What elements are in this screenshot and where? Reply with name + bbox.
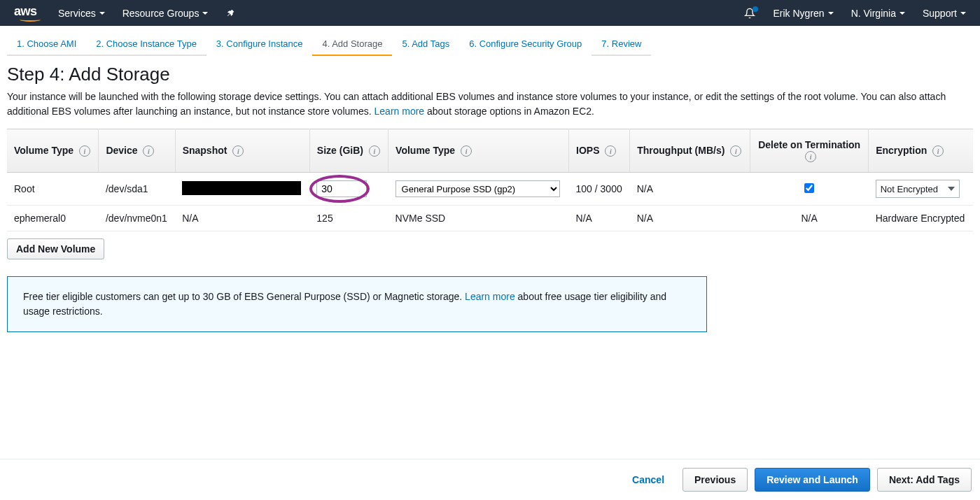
- nav-resource-groups[interactable]: Resource Groups: [122, 8, 209, 19]
- tab-review[interactable]: 7. Review: [592, 33, 651, 56]
- th-encryption: Encryption i: [869, 129, 973, 173]
- th-device: Device i: [99, 129, 175, 173]
- cell-voltype2: General Purpose SSD (gp2): [388, 173, 569, 206]
- cell-voltype: Root: [7, 173, 99, 206]
- cell-device: /dev/sda1: [99, 173, 175, 206]
- top-nav-left: aws Services Resource Groups: [14, 4, 235, 22]
- cell-device: /dev/nvme0n1: [99, 206, 175, 231]
- page-description: Your instance will be launched with the …: [7, 90, 973, 119]
- top-nav: aws Services Resource Groups Erik Nygren…: [0, 0, 980, 26]
- nav-services[interactable]: Services: [58, 8, 105, 19]
- nav-region[interactable]: N. Virginia: [851, 8, 905, 19]
- caret-down-icon: [899, 12, 905, 15]
- nav-user-label: Erik Nygren: [773, 8, 824, 19]
- caret-down-icon: [99, 12, 105, 15]
- nav-region-label: N. Virginia: [851, 8, 896, 19]
- tab-add-tags[interactable]: 5. Add Tags: [392, 33, 459, 56]
- cell-size: [309, 173, 388, 206]
- top-nav-right: Erik Nygren N. Virginia Support: [744, 8, 966, 19]
- info-icon[interactable]: i: [730, 145, 741, 157]
- learn-more-link[interactable]: Learn more: [374, 106, 425, 117]
- table-row-root: Root /dev/sda1 General Purpose SSD (gp2)…: [7, 173, 973, 206]
- encryption-select[interactable]: Not Encrypted: [876, 180, 960, 198]
- desc-text-2: about storage options in Amazon EC2.: [427, 106, 594, 117]
- nav-user[interactable]: Erik Nygren: [773, 8, 833, 19]
- info-icon[interactable]: i: [79, 145, 90, 157]
- cell-delete-on-termination: [750, 173, 869, 206]
- cell-throughput: N/A: [630, 173, 750, 206]
- volume-type-select[interactable]: General Purpose SSD (gp2): [396, 180, 560, 197]
- info-icon[interactable]: i: [605, 145, 616, 157]
- cell-iops: N/A: [569, 206, 630, 231]
- info-icon[interactable]: i: [805, 151, 816, 162]
- aws-logo[interactable]: aws: [14, 4, 41, 22]
- info-icon[interactable]: i: [143, 145, 154, 157]
- wizard-tabs: 1. Choose AMI 2. Choose Instance Type 3.…: [0, 26, 980, 57]
- redacted-snapshot: [182, 181, 301, 195]
- cell-iops: 100 / 3000: [569, 173, 630, 206]
- cell-voltype2: NVMe SSD: [388, 206, 569, 231]
- cell-encryption: Hardware Encrypted: [869, 206, 973, 231]
- tab-configure-instance[interactable]: 3. Configure Instance: [206, 33, 313, 56]
- th-snapshot: Snapshot i: [175, 129, 309, 173]
- info-icon[interactable]: i: [932, 145, 944, 157]
- caret-down-icon: [202, 12, 208, 15]
- nav-services-label: Services: [58, 8, 96, 19]
- th-throughput: Throughput (MB/s) i: [630, 129, 750, 173]
- cell-size: 125: [309, 206, 388, 231]
- info-icon[interactable]: i: [369, 145, 380, 157]
- th-volume-type-2: Volume Type i: [388, 129, 569, 173]
- main-content: Step 4: Add Storage Your instance will b…: [0, 57, 980, 332]
- tab-choose-ami[interactable]: 1. Choose AMI: [7, 33, 86, 56]
- add-new-volume-button[interactable]: Add New Volume: [7, 238, 104, 259]
- caret-down-icon: [828, 12, 834, 15]
- tab-add-storage[interactable]: 4. Add Storage: [312, 33, 392, 56]
- notifications-icon[interactable]: [744, 8, 755, 19]
- page-title: Step 4: Add Storage: [7, 64, 973, 85]
- cell-delete-on-termination: N/A: [750, 206, 869, 231]
- cell-voltype: ephemeral0: [7, 206, 99, 231]
- delete-on-termination-checkbox[interactable]: [804, 183, 814, 193]
- size-input[interactable]: [316, 180, 367, 197]
- storage-table: Volume Type i Device i Snapshot i Size (…: [7, 129, 973, 231]
- infobox-learn-more-link[interactable]: Learn more: [465, 291, 515, 302]
- notification-dot-icon: [752, 6, 758, 12]
- free-tier-info-box: Free tier eligible customers can get up …: [7, 276, 707, 332]
- nav-resource-groups-label: Resource Groups: [122, 8, 200, 19]
- caret-down-icon: [948, 187, 955, 191]
- pin-icon[interactable]: [225, 8, 235, 18]
- th-volume-type: Volume Type i: [7, 129, 99, 173]
- th-size: Size (GiB) i: [309, 129, 388, 173]
- info-icon[interactable]: i: [461, 145, 472, 157]
- th-delete-on-termination: Delete on Terminationi: [750, 129, 869, 173]
- cell-snapshot: [175, 173, 309, 206]
- tab-configure-security-group[interactable]: 6. Configure Security Group: [459, 33, 592, 56]
- nav-support[interactable]: Support: [923, 8, 966, 19]
- tab-choose-instance-type[interactable]: 2. Choose Instance Type: [86, 33, 206, 56]
- table-row-ephemeral: ephemeral0 /dev/nvme0n1 N/A 125 NVMe SSD…: [7, 206, 973, 231]
- nav-support-label: Support: [923, 8, 957, 19]
- cell-encryption: Not Encrypted: [869, 173, 973, 206]
- infobox-text-1: Free tier eligible customers can get up …: [23, 291, 465, 302]
- table-header-row: Volume Type i Device i Snapshot i Size (…: [7, 129, 973, 173]
- cell-throughput: N/A: [630, 206, 750, 231]
- cell-snapshot: N/A: [175, 206, 309, 231]
- caret-down-icon: [960, 12, 966, 15]
- th-iops: IOPS i: [569, 129, 630, 173]
- info-icon[interactable]: i: [232, 145, 244, 157]
- aws-logo-text: aws: [14, 4, 37, 18]
- encryption-select-label: Not Encrypted: [881, 184, 938, 194]
